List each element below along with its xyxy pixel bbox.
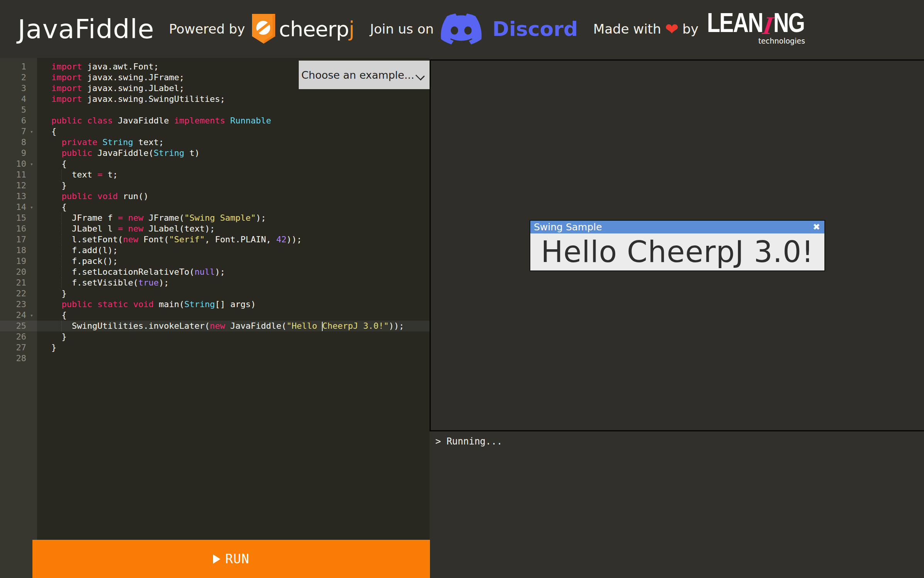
gutter-line: 6 bbox=[0, 115, 37, 126]
chevron-down-icon bbox=[415, 71, 425, 80]
fold-spacer bbox=[26, 342, 37, 353]
code-line[interactable]: import javax.swing.SwingUtilities; bbox=[37, 94, 430, 105]
gutter: 1234567▾8910▾11121314▾151617181920212223… bbox=[0, 58, 37, 578]
code-line[interactable]: public class JavaFiddle implements Runna… bbox=[37, 115, 430, 126]
indent-guide bbox=[61, 321, 62, 331]
fold-spacer bbox=[26, 137, 37, 148]
fold-spacer bbox=[26, 148, 37, 159]
gutter-line: 8 bbox=[0, 137, 37, 148]
cheerpj-link[interactable]: cheerpj bbox=[251, 14, 355, 44]
discord-wordmark: Discord bbox=[492, 17, 578, 41]
leaning-technologies-link[interactable]: LEAN I NG technologies bbox=[707, 13, 804, 45]
header: JavaFiddle Powered by cheerpj Join us on… bbox=[0, 0, 924, 58]
code-line[interactable]: public JavaFiddle(String t) bbox=[37, 148, 430, 159]
code-line[interactable] bbox=[37, 353, 430, 364]
by-label: by bbox=[682, 21, 699, 37]
cheerpj-j: j bbox=[349, 17, 355, 41]
code-line[interactable]: f.pack(); bbox=[37, 256, 430, 267]
discord-link[interactable]: Discord bbox=[441, 14, 578, 44]
code-line[interactable]: { bbox=[37, 159, 430, 169]
code-line[interactable]: } bbox=[37, 331, 430, 342]
gutter-line: 21 bbox=[0, 277, 37, 288]
gutter-line: 28 bbox=[0, 353, 37, 364]
swing-titlebar[interactable]: Swing Sample ✖ bbox=[530, 221, 824, 233]
gutter-line: 24▾ bbox=[0, 310, 37, 321]
gutter-line: 15 bbox=[0, 213, 37, 223]
example-select-label: Choose an example... bbox=[301, 69, 414, 81]
gutter-line: 19 bbox=[0, 256, 37, 267]
made-with-label: Made with bbox=[593, 21, 661, 37]
swing-window-body: Hello CheerpJ 3.0! bbox=[530, 233, 824, 270]
fold-spacer bbox=[26, 191, 37, 202]
code-editor[interactable]: 1234567▾8910▾11121314▾151617181920212223… bbox=[0, 58, 430, 578]
gutter-line: 26 bbox=[0, 331, 37, 342]
fold-spacer bbox=[26, 83, 37, 94]
indent-guide bbox=[61, 245, 62, 256]
gutter-line: 25 bbox=[0, 321, 37, 331]
fold-spacer bbox=[26, 105, 37, 115]
code-line[interactable] bbox=[37, 105, 430, 115]
fold-spacer bbox=[26, 267, 37, 277]
code-lines[interactable]: import java.awt.Font;import javax.swing.… bbox=[37, 58, 430, 364]
code-line[interactable]: text = t; bbox=[37, 169, 430, 180]
fold-arrow-icon[interactable]: ▾ bbox=[26, 159, 37, 169]
fold-spacer bbox=[26, 299, 37, 310]
console-status: > Running... bbox=[435, 436, 502, 447]
fold-arrow-icon[interactable]: ▾ bbox=[26, 126, 37, 137]
fold-spacer bbox=[26, 169, 37, 180]
gutter-line: 9 bbox=[0, 148, 37, 159]
code-line[interactable]: f.setVisible(true); bbox=[37, 277, 430, 288]
indent-guide bbox=[61, 169, 62, 180]
gutter-line: 5 bbox=[0, 105, 37, 115]
leaning-i: I bbox=[761, 13, 775, 38]
fold-spacer bbox=[26, 94, 37, 105]
gutter-line: 14▾ bbox=[0, 202, 37, 213]
code-line[interactable]: } bbox=[37, 288, 430, 299]
code-line[interactable]: } bbox=[37, 342, 430, 353]
heart-icon: ❤ bbox=[665, 20, 679, 39]
code-line[interactable]: { bbox=[37, 202, 430, 213]
code-line[interactable]: SwingUtilities.invokeLater(new JavaFiddl… bbox=[37, 321, 430, 331]
fold-spacer bbox=[26, 61, 37, 72]
powered-by-label: Powered by bbox=[169, 21, 245, 37]
fold-spacer bbox=[26, 223, 37, 234]
fold-arrow-icon[interactable]: ▾ bbox=[26, 310, 37, 321]
indent-guide bbox=[61, 256, 62, 267]
swing-window[interactable]: Swing Sample ✖ Hello CheerpJ 3.0! bbox=[530, 220, 825, 271]
code-line[interactable]: f.add(l); bbox=[37, 245, 430, 256]
code-line[interactable]: private String text; bbox=[37, 137, 430, 148]
code-line[interactable]: f.setLocationRelativeTo(null); bbox=[37, 267, 430, 277]
run-button[interactable]: RUN bbox=[32, 540, 430, 578]
gutter-line: 17 bbox=[0, 234, 37, 245]
indent-guide bbox=[61, 223, 62, 234]
indent-guide bbox=[61, 234, 62, 245]
fold-spacer bbox=[26, 288, 37, 299]
gutter-line: 1 bbox=[0, 61, 37, 72]
fold-arrow-icon[interactable]: ▾ bbox=[26, 202, 37, 213]
gutter-line: 23 bbox=[0, 299, 37, 310]
leaning-lean: LEAN bbox=[707, 7, 763, 38]
discord-icon bbox=[441, 14, 482, 44]
run-button-label: RUN bbox=[225, 551, 250, 566]
example-select[interactable]: Choose an example... bbox=[299, 61, 430, 89]
cheerpj-shield-icon bbox=[251, 14, 276, 44]
code-line[interactable]: } bbox=[37, 180, 430, 191]
indent-guide bbox=[61, 277, 62, 288]
code-line[interactable]: { bbox=[37, 126, 430, 137]
code-line[interactable]: JLabel l = new JLabel(text); bbox=[37, 223, 430, 234]
play-icon bbox=[213, 554, 220, 564]
code-line[interactable]: public static void main(String[] args) bbox=[37, 299, 430, 310]
gutter-line: 2 bbox=[0, 72, 37, 83]
leaning-sub: technologies bbox=[758, 37, 805, 45]
code-line[interactable]: public void run() bbox=[37, 191, 430, 202]
leaning-ng: NG bbox=[773, 7, 804, 38]
swing-label: Hello CheerpJ 3.0! bbox=[541, 235, 814, 269]
indent-guide bbox=[61, 213, 62, 223]
fold-spacer bbox=[26, 256, 37, 267]
close-icon[interactable]: ✖ bbox=[813, 221, 824, 233]
app-logo: JavaFiddle bbox=[18, 14, 154, 44]
code-line[interactable]: l.setFont(new Font("Serif", Font.PLAIN, … bbox=[37, 234, 430, 245]
output-panel: Swing Sample ✖ Hello CheerpJ 3.0! bbox=[430, 59, 924, 431]
code-line[interactable]: { bbox=[37, 310, 430, 321]
code-line[interactable]: JFrame f = new JFrame("Swing Sample"); bbox=[37, 213, 430, 223]
